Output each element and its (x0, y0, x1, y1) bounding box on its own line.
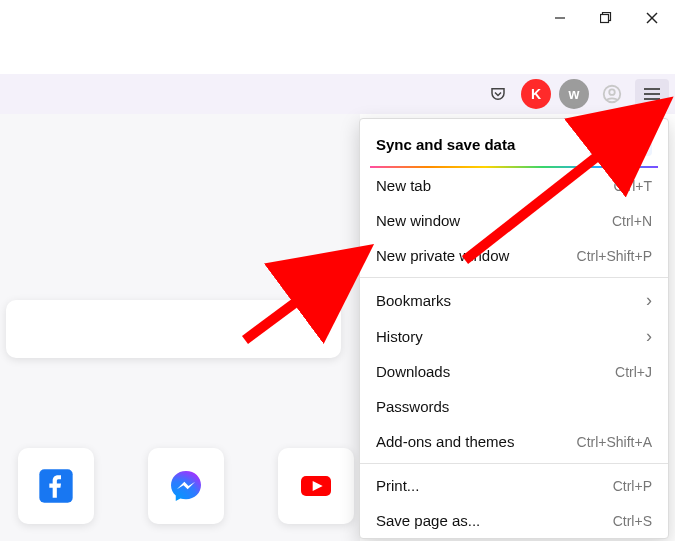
menu-item-shortcut: Ctrl+Shift+A (577, 434, 652, 450)
menu-item-label: Passwords (376, 398, 449, 415)
menu-item-label: New tab (376, 177, 431, 194)
tile-facebook[interactable] (18, 448, 94, 524)
menu-item-label: Bookmarks (376, 292, 451, 309)
menu-item-shortcut: Ctrl+Shift+P (577, 248, 652, 264)
browser-toolbar: K w (0, 74, 675, 114)
menu-item-downloads[interactable]: Downloads Ctrl+J (360, 354, 668, 389)
menu-separator (360, 277, 668, 278)
menu-item-label: New window (376, 212, 460, 229)
svg-rect-2 (601, 15, 609, 23)
signin-button[interactable]: Sign in (589, 133, 652, 156)
maximize-icon (600, 12, 612, 24)
menu-sync-title: Sync and save data (376, 136, 515, 153)
account-icon[interactable] (597, 79, 627, 109)
menu-item-addons[interactable]: Add-ons and themes Ctrl+Shift+A (360, 424, 668, 459)
window-maximize-button[interactable] (583, 0, 629, 36)
menu-sync-header: Sync and save data Sign in (360, 125, 668, 166)
menu-item-label: Add-ons and themes (376, 433, 514, 450)
tile-youtube[interactable] (278, 448, 354, 524)
menu-item-passwords[interactable]: Passwords (360, 389, 668, 424)
menu-item-label: Save page as... (376, 512, 480, 529)
hamburger-icon (644, 93, 660, 95)
menu-item-label: New private window (376, 247, 509, 264)
tile-messenger[interactable] (148, 448, 224, 524)
menu-item-label: History (376, 328, 423, 345)
top-sites (18, 448, 354, 524)
menu-item-shortcut: Ctrl+N (612, 213, 652, 229)
chevron-right-icon: › (646, 327, 652, 345)
menu-item-new-private-window[interactable]: New private window Ctrl+Shift+P (360, 238, 668, 273)
menu-item-shortcut: Ctrl+J (615, 364, 652, 380)
svg-point-6 (609, 89, 615, 95)
extension-k-icon[interactable]: K (521, 79, 551, 109)
extension-w-icon[interactable]: w (559, 79, 589, 109)
pocket-icon[interactable] (483, 79, 513, 109)
menu-item-shortcut: Ctrl+P (613, 478, 652, 494)
window-minimize-button[interactable] (537, 0, 583, 36)
menu-item-history[interactable]: History › (360, 318, 668, 354)
search-card[interactable] (6, 300, 341, 358)
application-menu-button[interactable] (635, 79, 669, 109)
menu-item-label: Print... (376, 477, 419, 494)
menu-item-save-page-as[interactable]: Save page as... Ctrl+S (360, 503, 668, 538)
menu-item-new-window[interactable]: New window Ctrl+N (360, 203, 668, 238)
minimize-icon (554, 12, 566, 24)
messenger-icon (166, 466, 206, 506)
menu-item-label: Downloads (376, 363, 450, 380)
menu-item-print[interactable]: Print... Ctrl+P (360, 468, 668, 503)
menu-separator (360, 463, 668, 464)
application-menu: Sync and save data Sign in New tab Ctrl+… (359, 118, 669, 539)
menu-item-bookmarks[interactable]: Bookmarks › (360, 282, 668, 318)
facebook-icon (36, 466, 76, 506)
menu-item-shortcut: Ctrl+S (613, 513, 652, 529)
close-icon (646, 12, 658, 24)
chevron-right-icon: › (646, 291, 652, 309)
window-close-button[interactable] (629, 0, 675, 36)
youtube-icon (296, 466, 336, 506)
menu-item-shortcut: Ctrl+T (614, 178, 653, 194)
menu-item-new-tab[interactable]: New tab Ctrl+T (360, 168, 668, 203)
